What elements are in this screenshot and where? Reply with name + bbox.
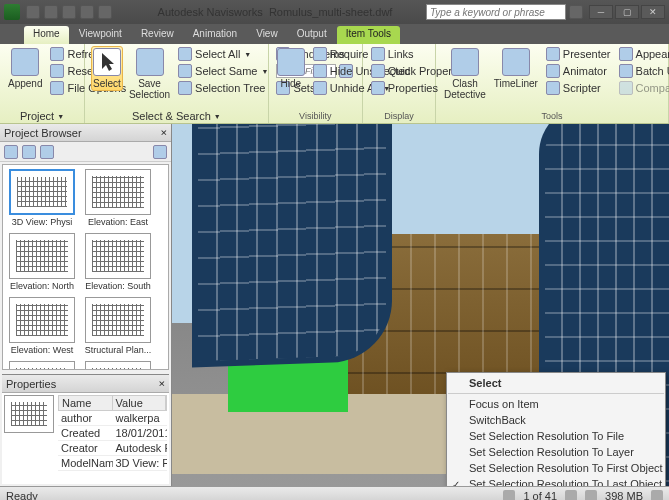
- sheet-item[interactable]: Elevation: West: [7, 297, 77, 355]
- tab-output[interactable]: Output: [288, 26, 336, 44]
- qat-save[interactable]: [62, 5, 76, 19]
- sheet-item[interactable]: [7, 361, 77, 370]
- sheet-item[interactable]: 3D View: Physi: [7, 169, 77, 227]
- qat-open[interactable]: [44, 5, 58, 19]
- properties-close-icon[interactable]: ×: [158, 377, 165, 390]
- sheet-item[interactable]: Elevation: South: [83, 233, 153, 291]
- tab-animation[interactable]: Animation: [184, 26, 246, 44]
- sheet-thumbnail: [85, 361, 151, 370]
- sheet-thumbnail: [85, 233, 151, 279]
- group-title-select-search: Select & Search: [132, 110, 211, 122]
- context-menu-item[interactable]: Set Selection Resolution To Layer: [447, 444, 665, 460]
- context-menu-item[interactable]: Focus on Item: [447, 396, 665, 412]
- sheet-thumbnail: [9, 297, 75, 343]
- sheet-label: Elevation: North: [7, 281, 77, 291]
- maximize-button[interactable]: ▢: [615, 5, 639, 19]
- qat-new[interactable]: [26, 5, 40, 19]
- browser-tool-3[interactable]: [40, 145, 54, 159]
- sheet-label: Elevation: East: [83, 217, 153, 227]
- timeliner-button[interactable]: TimeLiner: [492, 46, 540, 91]
- tab-home[interactable]: Home: [24, 26, 69, 44]
- browser-tool-1[interactable]: [4, 145, 18, 159]
- sheet-item[interactable]: Elevation: East: [83, 169, 153, 227]
- sheet-label: Elevation: South: [83, 281, 153, 291]
- properties-table: NameValue authorwalkerpaCreated18/01/201…: [58, 395, 167, 482]
- properties-title: Properties: [6, 378, 56, 390]
- panel-close-icon[interactable]: ×: [160, 126, 167, 139]
- appearance-profiler-button[interactable]: Appearance Profiler: [617, 46, 669, 62]
- status-ready: Ready: [6, 490, 38, 501]
- status-memory: 398 MB: [605, 490, 643, 501]
- context-menu-item[interactable]: Set Selection Resolution To File: [447, 428, 665, 444]
- save-selection-button[interactable]: Save Selection: [127, 46, 172, 102]
- hide-button[interactable]: Hide: [275, 46, 307, 91]
- context-menu-item[interactable]: Select: [447, 375, 665, 391]
- property-row: CreatorAutodesk Revit Architectu: [58, 441, 167, 456]
- clash-detective-button[interactable]: Clash Detective: [442, 46, 488, 102]
- 3d-viewport[interactable]: SelectFocus on ItemSwitchBackSet Selecti…: [172, 124, 669, 486]
- status-icon-2[interactable]: [565, 490, 577, 501]
- sheet-item[interactable]: Elevation: North: [7, 233, 77, 291]
- tab-viewpoint[interactable]: Viewpoint: [70, 26, 131, 44]
- project-browser-title: Project Browser: [4, 127, 82, 139]
- browser-tool-4[interactable]: [153, 145, 167, 159]
- minimize-button[interactable]: ─: [589, 5, 613, 19]
- append-button[interactable]: Append: [6, 46, 44, 91]
- group-title-visibility: Visibility: [275, 109, 356, 123]
- context-menu-item[interactable]: Set Selection Resolution To First Object: [447, 460, 665, 476]
- status-icon-4[interactable]: [651, 490, 663, 501]
- scripter-button[interactable]: Scripter: [544, 80, 613, 96]
- qat-redo[interactable]: [98, 5, 112, 19]
- status-icon-3[interactable]: [585, 490, 597, 501]
- sheet-thumbnail: [9, 169, 75, 215]
- sheet-thumbnail: [85, 169, 151, 215]
- animator-button[interactable]: Animator: [544, 63, 613, 79]
- sheet-thumbnail: [9, 361, 75, 370]
- status-page: 1 of 41: [523, 490, 557, 501]
- property-row: Created18/01/2011 09:24:07: [58, 426, 167, 441]
- property-row: ModelName3D View: Physical Model: [58, 456, 167, 471]
- context-menu-item[interactable]: SwitchBack: [447, 412, 665, 428]
- qat-undo[interactable]: [80, 5, 94, 19]
- property-row: authorwalkerpa: [58, 411, 167, 426]
- keyword-search-input[interactable]: [426, 4, 566, 20]
- compare-button[interactable]: Compare: [617, 80, 669, 96]
- sheet-item[interactable]: [83, 361, 153, 370]
- select-same-button[interactable]: Select Same▼: [176, 63, 270, 79]
- window-title: Autodesk Navisworks Romulus_multi-sheet.…: [124, 6, 426, 18]
- context-menu-item[interactable]: ✓Set Selection Resolution To Last Object: [447, 476, 665, 486]
- tab-view[interactable]: View: [247, 26, 287, 44]
- browser-tool-2[interactable]: [22, 145, 36, 159]
- tab-item-tools[interactable]: Item Tools: [337, 26, 400, 44]
- sheet-label: Elevation: West: [7, 345, 77, 355]
- sheet-item[interactable]: Structural Plan...: [83, 297, 153, 355]
- tab-review[interactable]: Review: [132, 26, 183, 44]
- sheet-list: 3D View: PhysiElevation: EastElevation: …: [2, 164, 169, 370]
- sheet-label: Structural Plan...: [83, 345, 153, 355]
- sheet-label: 3D View: Physi: [7, 217, 77, 227]
- group-title-tools: Tools: [442, 109, 662, 123]
- close-button[interactable]: ✕: [641, 5, 665, 19]
- sheet-thumbnail: [9, 233, 75, 279]
- batch-utility-button[interactable]: Batch Utility: [617, 63, 669, 79]
- selection-tree-button[interactable]: Selection Tree: [176, 80, 270, 96]
- search-go[interactable]: [569, 5, 583, 19]
- sheet-thumbnail: [85, 297, 151, 343]
- select-button[interactable]: Select: [91, 46, 123, 91]
- status-icon-1[interactable]: [503, 490, 515, 501]
- group-title-project: Project: [20, 110, 54, 122]
- properties-thumbnail: [4, 395, 54, 433]
- presenter-button[interactable]: Presenter: [544, 46, 613, 62]
- group-title-display: Display: [369, 109, 429, 123]
- app-icon[interactable]: [4, 4, 20, 20]
- select-all-button[interactable]: Select All▼: [176, 46, 270, 62]
- context-menu: SelectFocus on ItemSwitchBackSet Selecti…: [446, 372, 666, 486]
- ribbon: Append Refresh Reset All▼ File Options P…: [0, 44, 669, 124]
